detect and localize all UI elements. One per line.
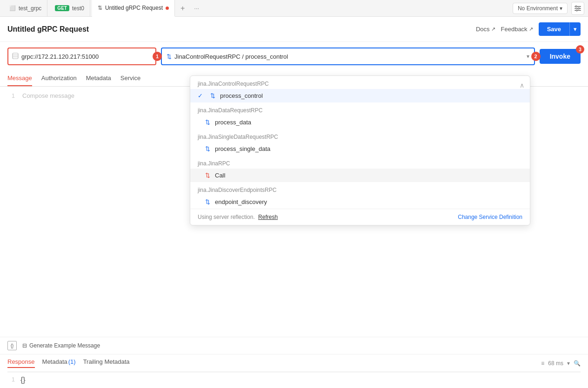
generate-example-message-button[interactable]: ⊟ Generate Example Message xyxy=(22,342,100,349)
dropdown-item-process-data[interactable]: ⇅ process_data xyxy=(190,116,530,129)
svg-rect-6 xyxy=(13,53,18,59)
get-badge: GET xyxy=(55,5,69,11)
save-button[interactable]: Save xyxy=(539,22,569,36)
save-button-group: Save ▾ xyxy=(539,22,581,36)
invoke-button[interactable]: Invoke 3 xyxy=(540,49,581,64)
arrows-icon: ⇅ xyxy=(205,119,210,126)
docs-link[interactable]: Docs xyxy=(476,26,495,33)
tab-bar-right: No Environment ▾ xyxy=(513,2,584,15)
method-dropdown-chevron[interactable]: ▾ xyxy=(527,53,529,60)
json-icon: {} xyxy=(7,341,17,350)
filter-icon[interactable]: ≡ xyxy=(541,360,544,367)
svg-point-5 xyxy=(576,9,578,11)
grpc-icon: ⇅ xyxy=(98,5,102,11)
dropdown-item-process-control[interactable]: ✓ ⇅ process_control xyxy=(190,89,530,102)
dropdown-item-call[interactable]: ⇅ Call xyxy=(190,169,530,182)
tab-grpc-request[interactable]: ⇅ Untitled gRPC Request xyxy=(92,0,175,17)
response-tab-metadata[interactable]: Metadata(1) xyxy=(42,358,76,368)
environment-label: No Environment xyxy=(518,5,558,12)
request-bar: 1 ⇅ ▾ 2 Invoke 3 xyxy=(0,42,588,71)
response-tab-response[interactable]: Response xyxy=(7,358,35,368)
response-section: Response Metadata(1) Trailing Metadata ≡… xyxy=(0,354,588,388)
section-header-5: jina.JinaDiscoverEndpointsRPC xyxy=(190,182,530,195)
section-header-3: jina.JinaSingleDataRequestRPC xyxy=(190,129,530,142)
section-header-4: jina.JinaRPC xyxy=(190,156,530,169)
gen-msg-icon: ⊟ xyxy=(22,342,27,349)
page-title: Untitled gRPC Request xyxy=(7,25,89,34)
page-header: Untitled gRPC Request Docs Feedback Save… xyxy=(0,17,588,42)
arrows-icon: ⇅ xyxy=(210,92,215,99)
method-select-wrapper: ⇅ ▾ 2 xyxy=(161,48,535,65)
file-icon: ⬜ xyxy=(9,5,16,11)
metadata-count: (1) xyxy=(68,358,76,365)
dropdown-footer: Using server reflection. Refresh Change … xyxy=(190,209,530,225)
timing-label: 68 ms xyxy=(548,360,563,367)
response-object-icon: {} xyxy=(20,376,26,384)
refresh-link[interactable]: Refresh xyxy=(258,214,278,220)
badge-1: 1 xyxy=(153,52,162,61)
method-dropdown: ∧ jina.JinaControlRequestRPC ✓ ⇅ process… xyxy=(190,75,530,225)
item-label: process_data xyxy=(215,119,251,126)
unsaved-dot xyxy=(166,7,169,10)
item-label: process_control xyxy=(220,92,263,99)
response-line-number: 1 xyxy=(7,376,15,384)
settings-icon[interactable] xyxy=(571,2,584,15)
tab-test-grpc[interactable]: ⬜ test_grpc xyxy=(4,0,47,17)
save-dropdown-button[interactable]: ▾ xyxy=(569,22,581,36)
chevron-down-icon: ▾ xyxy=(560,5,562,12)
bottom-toolbar: {} ⊟ Generate Example Message xyxy=(0,337,588,354)
url-icon xyxy=(12,53,19,61)
tab-label: Untitled gRPC Request xyxy=(105,5,163,11)
svg-point-3 xyxy=(575,6,577,7)
section-header-2: jina.JinaDataRequestRPC xyxy=(190,102,530,116)
url-input-wrapper: 1 xyxy=(7,48,156,65)
tab-test0[interactable]: GET test0 xyxy=(49,0,90,17)
invoke-label: Invoke xyxy=(550,53,570,60)
feedback-link[interactable]: Feedback xyxy=(501,26,533,33)
header-actions: Docs Feedback Save ▾ xyxy=(476,22,581,36)
badge-2: 2 xyxy=(531,52,541,61)
dropdown-close-chevron[interactable]: ∧ xyxy=(520,82,524,89)
section-header-1: jina.JinaControlRequestRPC xyxy=(190,76,530,89)
response-tab-nav: Response Metadata(1) Trailing Metadata ≡… xyxy=(7,354,581,372)
arrows-icon: ⇅ xyxy=(205,145,210,152)
change-service-definition-link[interactable]: Change Service Definition xyxy=(458,214,522,220)
tab-metadata[interactable]: Metadata xyxy=(86,71,111,86)
method-input[interactable] xyxy=(174,53,523,60)
add-tab-button[interactable]: + xyxy=(177,4,188,13)
dropdown-item-process-single-data[interactable]: ⇅ process_single_data xyxy=(190,142,530,156)
item-label: Call xyxy=(215,172,225,179)
more-tabs-button[interactable]: ··· xyxy=(190,5,203,12)
response-tab-trailing[interactable]: Trailing Metadata xyxy=(83,358,130,368)
arrows-red-icon: ⇅ xyxy=(205,172,210,179)
check-icon: ✓ xyxy=(198,92,203,99)
main-content: 1 ⇅ ▾ 2 Invoke 3 Message Authorization M… xyxy=(0,42,588,388)
tab-service[interactable]: Service xyxy=(120,71,140,86)
badge-3: 3 xyxy=(576,45,584,54)
tab-authorization[interactable]: Authorization xyxy=(41,71,77,86)
svg-point-4 xyxy=(578,7,580,9)
tab-label: test0 xyxy=(72,5,84,12)
item-label: endpoint_discovery xyxy=(215,198,267,205)
message-placeholder: Compose message xyxy=(22,92,74,331)
search-icon[interactable]: 🔍 xyxy=(574,360,581,367)
dropdown-item-endpoint-discovery[interactable]: ⇅ endpoint_discovery xyxy=(190,195,530,209)
item-label: process_single_data xyxy=(215,145,270,152)
url-input[interactable] xyxy=(21,53,152,60)
arrows-icon: ⇅ xyxy=(205,198,210,205)
tab-label: test_grpc xyxy=(19,5,41,12)
response-timing: ≡ 68 ms ▾ 🔍 xyxy=(541,358,581,368)
line-number: 1 xyxy=(7,92,15,331)
response-content: 1 {} xyxy=(7,372,581,388)
arrows-icon: ⇅ xyxy=(167,53,172,60)
generate-label: Generate Example Message xyxy=(29,342,100,349)
chevron-down-icon[interactable]: ▾ xyxy=(567,360,570,367)
reflection-text: Using server reflection. Refresh xyxy=(198,214,278,220)
tab-message[interactable]: Message xyxy=(7,71,32,86)
tab-bar: ⬜ test_grpc GET test0 ⇅ Untitled gRPC Re… xyxy=(0,0,588,17)
environment-selector[interactable]: No Environment ▾ xyxy=(513,3,568,14)
